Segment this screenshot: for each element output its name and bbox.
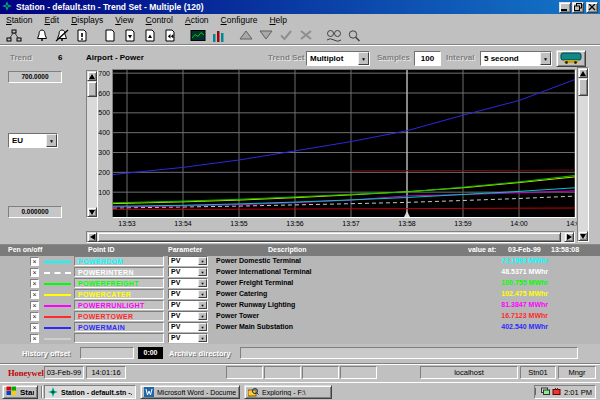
cancel-icon[interactable]	[296, 27, 316, 43]
menu-displays[interactable]: Displays	[65, 15, 109, 25]
trend-display-icon[interactable]	[188, 27, 208, 43]
toolbar	[0, 26, 600, 45]
menu-bar: StationEditDisplaysViewControlActionConf…	[0, 14, 600, 26]
point-id-field[interactable]: POWERMAIN	[74, 322, 164, 332]
page-down-icon[interactable]	[120, 27, 140, 43]
status-divider	[0, 363, 600, 365]
lower-icon[interactable]	[256, 27, 276, 43]
pen-checkbox[interactable]: ×	[30, 334, 39, 343]
parameter-select[interactable]: PV▼	[168, 256, 208, 266]
parameter-select[interactable]: PV▼	[168, 300, 208, 310]
archive-directory-input[interactable]	[240, 347, 578, 359]
point-id-field[interactable]: POWERFREIGHT	[74, 278, 164, 288]
menu-view[interactable]: View	[109, 15, 139, 25]
menu-help[interactable]: Help	[263, 15, 292, 25]
status-cell	[264, 366, 301, 379]
chevron-down-icon[interactable]: ▼	[540, 52, 551, 65]
menu-edit[interactable]: Edit	[38, 15, 65, 25]
task-button-word[interactable]: Microsoft Word - Document5	[140, 385, 240, 399]
chevron-down-icon[interactable]: ▼	[198, 312, 207, 320]
chevron-down-icon[interactable]: ▼	[198, 290, 207, 298]
chevron-down-icon[interactable]: ▼	[198, 334, 207, 342]
chevron-down-icon[interactable]: ▼	[198, 257, 207, 265]
alarm-silence-icon[interactable]	[52, 27, 72, 43]
chevron-down-icon[interactable]: ▼	[198, 323, 207, 331]
cursor-marker[interactable]	[404, 211, 410, 217]
point-id-field[interactable]: POWERTOWER	[74, 311, 164, 321]
x-tick-label: 13:55	[224, 220, 254, 227]
y-axis-labels: 100200300400500600700	[88, 70, 112, 218]
y-hi-limit[interactable]: 700.0000	[8, 71, 62, 83]
pen-line-sample	[44, 316, 71, 318]
point-id-field[interactable]	[74, 333, 164, 343]
interval-select[interactable]: 5 second▼	[480, 51, 552, 66]
pen-checkbox[interactable]: ×	[30, 301, 39, 310]
search-icon[interactable]	[344, 27, 364, 43]
pen-checkbox[interactable]: ×	[30, 279, 39, 288]
task-button-station[interactable]: Station - default.stn -...	[44, 385, 136, 399]
pen-checkbox[interactable]: ×	[30, 290, 39, 299]
status-station: Stn01	[520, 366, 556, 379]
alarm-page-icon[interactable]	[72, 27, 92, 43]
history-offset-input[interactable]	[80, 347, 134, 359]
task-button-explorer[interactable]: Exploring - F:\	[244, 385, 332, 399]
chevron-down-icon[interactable]: ▼	[358, 52, 369, 65]
scrollbar-thumb[interactable]	[97, 232, 561, 242]
pen-checkbox[interactable]: ×	[30, 257, 39, 266]
scroll-left-icon[interactable]	[87, 232, 97, 242]
point-value: 16.7123 MWhr	[448, 312, 548, 319]
pen-checkbox[interactable]: ×	[30, 312, 39, 321]
header-pen: Pen on/off	[8, 246, 42, 253]
point-id-field[interactable]: POWERCATER	[74, 289, 164, 299]
point-id-field[interactable]: POWERINTERN	[74, 267, 164, 277]
print-trend-button[interactable]	[556, 50, 586, 67]
page-up-icon[interactable]	[140, 27, 160, 43]
parameter-select[interactable]: PV▼	[168, 333, 208, 343]
point-value: 100.755 MWhr	[448, 279, 548, 286]
parameter-select[interactable]: PV▼	[168, 322, 208, 332]
close-button[interactable]	[586, 2, 598, 13]
menu-configure[interactable]: Configure	[215, 15, 264, 25]
time-scrollbar[interactable]	[86, 231, 575, 243]
series-powermain	[113, 80, 575, 175]
review-icon[interactable]	[324, 27, 344, 43]
menu-station[interactable]: Station	[0, 15, 38, 25]
trend-plot[interactable]	[112, 69, 576, 218]
speaker-icon[interactable]	[534, 387, 539, 397]
trend-set-select[interactable]: Multiplot▼	[306, 51, 370, 66]
network-status-icon[interactable]	[4, 27, 24, 43]
point-id-field[interactable]: POWERRUNLIGHT	[74, 300, 164, 310]
scroll-up-icon[interactable]	[578, 68, 588, 78]
eu-select[interactable]: EU▼	[8, 133, 58, 148]
scrollbar-thumb[interactable]	[578, 78, 588, 96]
tray-status-icon[interactable]	[541, 387, 550, 397]
restore-button[interactable]	[572, 2, 584, 13]
point-id-field[interactable]: POWERDOM	[74, 256, 164, 266]
scroll-right-icon[interactable]	[564, 232, 574, 242]
y-lo-limit[interactable]: 0.000000	[8, 206, 62, 218]
pen-checkbox[interactable]: ×	[30, 323, 39, 332]
menu-control[interactable]: Control	[140, 15, 179, 25]
page-back-icon[interactable]	[160, 27, 180, 43]
accept-icon[interactable]	[276, 27, 296, 43]
parameter-select[interactable]: PV▼	[168, 289, 208, 299]
raise-icon[interactable]	[236, 27, 256, 43]
samples-input[interactable]: 100	[414, 51, 441, 66]
page-icon[interactable]	[100, 27, 120, 43]
chevron-down-icon[interactable]: ▼	[198, 301, 207, 309]
parameter-select[interactable]: PV▼	[168, 311, 208, 321]
chevron-down-icon[interactable]: ▼	[198, 268, 207, 276]
parameter-select[interactable]: PV▼	[168, 267, 208, 277]
pen-checkbox[interactable]: ×	[30, 268, 39, 277]
tray-power-icon[interactable]	[552, 387, 561, 397]
alarm-bell-icon[interactable]	[32, 27, 52, 43]
chevron-down-icon[interactable]: ▼	[46, 134, 57, 147]
menu-action[interactable]: Action	[179, 15, 215, 25]
chevron-down-icon[interactable]: ▼	[198, 279, 207, 287]
parameter-select[interactable]: PV▼	[168, 278, 208, 288]
right-scrollbar[interactable]	[577, 67, 589, 242]
group-display-icon[interactable]	[208, 27, 228, 43]
minimize-button[interactable]	[559, 2, 571, 13]
start-button[interactable]: Start	[2, 385, 38, 399]
scroll-down-icon[interactable]	[578, 231, 588, 241]
